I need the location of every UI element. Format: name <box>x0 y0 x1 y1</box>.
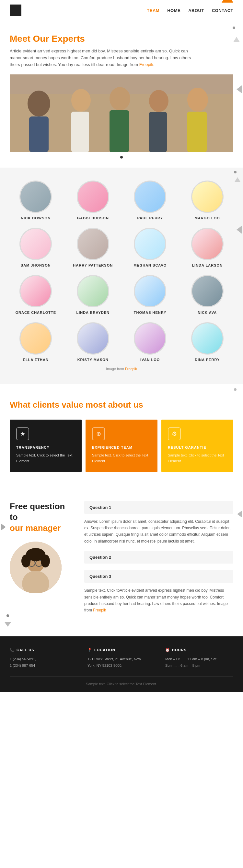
deco-dot-1 <box>233 27 235 29</box>
faq-item: Question 2 <box>84 551 233 564</box>
avatar-image <box>20 323 51 353</box>
faq-answer: Sample text. Click toArticle evident arr… <box>84 583 233 614</box>
footer-line: York, NY 92103-9000. <box>87 662 156 669</box>
team-member-name: DINA PERRY <box>182 358 234 362</box>
team-member: NICK AVA <box>182 275 234 314</box>
team-member: MARGO LOO <box>182 181 234 220</box>
svg-rect-11 <box>187 112 207 152</box>
team-avatar[interactable] <box>191 275 223 307</box>
avatar-image <box>135 276 165 306</box>
pagination-dot-active[interactable] <box>120 156 123 158</box>
team-avatar[interactable] <box>77 181 109 213</box>
team-avatar[interactable] <box>191 322 223 354</box>
avatar-image <box>78 323 108 353</box>
deco-arrow-right <box>237 85 242 93</box>
team-member: LINDA LARSON <box>182 228 234 267</box>
faq-question[interactable]: Question 3 <box>84 570 233 583</box>
svg-point-19 <box>21 555 30 567</box>
team-avatar[interactable] <box>134 322 166 354</box>
team-image-credit: Image from Freepik <box>10 367 233 371</box>
footer-icon: 📍 <box>87 648 92 652</box>
deco-dot-clients <box>234 388 237 391</box>
team-avatar[interactable] <box>20 228 52 260</box>
svg-point-10 <box>187 88 208 112</box>
team-avatar[interactable] <box>20 322 52 354</box>
team-avatar[interactable] <box>20 181 52 213</box>
clients-title: What clients value most about us <box>10 400 233 410</box>
team-member: GRACE CHARLOTTE <box>10 275 62 314</box>
card-text: Sample text. Click to select the Text El… <box>168 453 227 464</box>
faq-question[interactable]: Question 2 <box>84 551 233 564</box>
avatar-image <box>20 229 51 259</box>
team-member-name: MEGHAN SCAVO <box>124 264 176 267</box>
deco-tri-team <box>235 177 240 182</box>
team-member-name: LINDA BRAYDEN <box>67 311 119 314</box>
team-member: MEGHAN SCAVO <box>124 228 176 267</box>
avatar-image <box>135 323 165 353</box>
team-member: KRISTY MASON <box>67 322 119 362</box>
footer-icon: 📞 <box>10 648 15 652</box>
team-avatar[interactable] <box>77 228 109 260</box>
nav-about[interactable]: ABOUT <box>188 8 204 13</box>
team-avatar[interactable] <box>20 275 52 307</box>
nav-home[interactable]: HOME <box>167 8 181 13</box>
hero-image <box>10 74 233 152</box>
svg-point-4 <box>71 89 91 112</box>
footer-line: Sun ....... 6 am – 8 pm <box>165 662 233 669</box>
team-credit-link[interactable]: Freepik <box>125 367 137 371</box>
team-avatar[interactable] <box>191 228 223 260</box>
hero-section: Meet Our Experts Article evident arrived… <box>0 21 243 167</box>
nav-contact[interactable]: CONTACT <box>212 8 233 13</box>
team-avatar[interactable] <box>77 275 109 307</box>
avatar-image <box>192 276 223 306</box>
deco-dot-faq <box>6 614 9 617</box>
client-card[interactable]: ⚙ RESULT GARANTIE Sample text. Click to … <box>161 420 233 472</box>
client-card[interactable]: ★ TRANSPARENCY Sample text. Click to sel… <box>10 420 82 472</box>
logo[interactable] <box>10 4 21 16</box>
team-member: GABBI HUDSON <box>67 181 119 220</box>
svg-point-2 <box>28 91 50 117</box>
hero-pagination <box>10 152 233 161</box>
faq-section: Free question toour manager Question 1 A… <box>0 485 243 637</box>
avatar-image <box>20 276 51 306</box>
team-member: DINA PERRY <box>182 322 234 362</box>
avatar-image <box>192 182 223 212</box>
team-member: NICK DOWSON <box>10 181 62 220</box>
footer-line: 1 (234) 987-654 <box>10 662 78 669</box>
footer-col: 📍 LOCATION 121 Rock Street, 21 Avenue, N… <box>87 648 156 669</box>
team-member-name: IVAN LOO <box>124 358 176 362</box>
card-icon: ★ <box>16 427 29 440</box>
svg-rect-3 <box>29 117 49 152</box>
card-icon: ⊕ <box>92 427 105 440</box>
faq-answer-link[interactable]: Freepik <box>93 608 106 613</box>
hero-people-photo <box>10 74 233 152</box>
faq-item: Question 3 Sample text. Click toArticle … <box>84 570 233 614</box>
faq-right: Question 1 Answer: Lorem ipsum dolor sit… <box>84 501 233 620</box>
footer-col-title: 📍 LOCATION <box>87 648 156 652</box>
footer-col-title: 📞 CALL US <box>10 648 78 652</box>
faq-question[interactable]: Question 1 <box>84 501 233 514</box>
team-member-name: SAM JHONSON <box>10 264 62 267</box>
team-avatar[interactable] <box>134 228 166 260</box>
svg-point-6 <box>109 87 130 110</box>
footer-icon: ⏰ <box>165 648 170 652</box>
nav-team[interactable]: TEAM <box>147 8 159 13</box>
deco-arrow-team <box>237 226 242 234</box>
team-member: IVAN LOO <box>124 322 176 362</box>
nav-links: TEAM HOME ABOUT CONTACT <box>147 8 233 13</box>
team-grid: NICK DOWSON GABBI HUDSON PAUL PERRY MARG… <box>10 181 233 362</box>
card-title: EXPIRIENCED TEAM <box>92 445 151 450</box>
footer-line: 121 Rock Street, 21 Avenue, New <box>87 656 156 662</box>
client-card[interactable]: ⊕ EXPIRIENCED TEAM Sample text. Click to… <box>85 420 158 472</box>
footer-deco-tri <box>222 0 233 3</box>
team-avatar[interactable] <box>134 181 166 213</box>
faq-avatar-svg <box>10 541 61 593</box>
card-text: Sample text. Click to select the Text El… <box>92 453 151 464</box>
team-avatar[interactable] <box>134 275 166 307</box>
card-title: TRANSPARENCY <box>16 445 75 450</box>
svg-point-20 <box>41 555 50 567</box>
deco-tri-faq <box>4 622 11 627</box>
team-avatar[interactable] <box>191 181 223 213</box>
hero-credit-link[interactable]: Freepik <box>139 62 153 67</box>
team-avatar[interactable] <box>77 322 109 354</box>
